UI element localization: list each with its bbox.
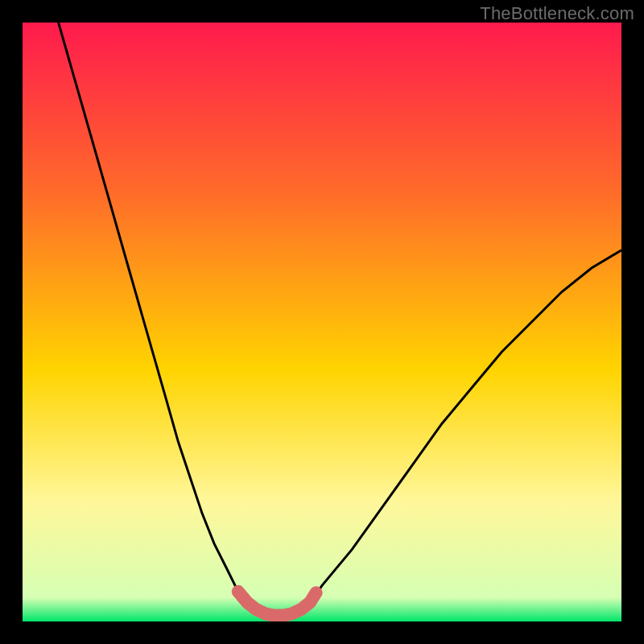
watermark-label: TheBottleneck.com: [480, 3, 634, 24]
bottleneck-chart: [23, 23, 621, 621]
chart-frame: TheBottleneck.com: [0, 0, 644, 644]
plot-area: [23, 23, 621, 621]
